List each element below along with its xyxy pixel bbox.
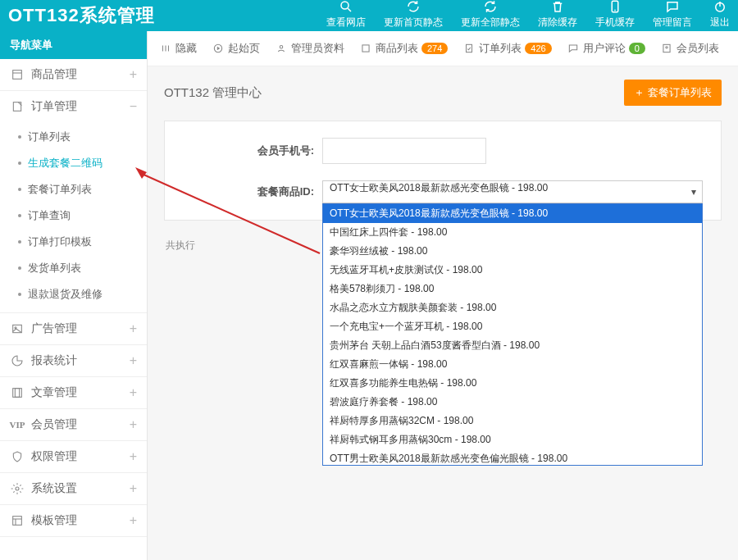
top-phone-cache[interactable]: 手机缓存	[595, 0, 635, 30]
expand-icon: +	[130, 449, 137, 464]
dropdown-option[interactable]: 豪华羽丝绒被 - 198.00	[323, 242, 702, 261]
tab-members[interactable]: 会员列表	[660, 41, 719, 56]
product-dropdown[interactable]: OTT女士欧美风2018最新款感光变色眼镜 - 198.00中国红床上四件套 -…	[322, 203, 703, 466]
phone-input[interactable]	[322, 138, 486, 164]
gear-icon	[10, 481, 25, 496]
label: 手机缓存	[595, 16, 635, 30]
tab-hide[interactable]: 隐藏	[159, 41, 197, 56]
svg-rect-25	[362, 45, 369, 52]
label: 商品列表	[376, 41, 418, 56]
sidebar-sub-shipment-list[interactable]: 发货单列表	[0, 255, 147, 281]
label: 报表统计	[31, 353, 77, 368]
template-icon	[10, 513, 25, 528]
tabbar: 隐藏 起始页 管理员资料 商品列表274 订单列表426 用户评论0 会员列表	[148, 31, 738, 66]
tab-orders[interactable]: 订单列表426	[462, 41, 551, 56]
sidebar-item-orders[interactable]: 订单管理 −	[0, 91, 147, 122]
svg-rect-11	[13, 389, 20, 398]
svg-point-10	[15, 327, 16, 329]
top-update-home[interactable]: 更新首页静态	[384, 0, 443, 30]
sidebar-sub-package-order-list[interactable]: 套餐订单列表	[0, 176, 147, 203]
product-label: 套餐商品ID:	[183, 184, 322, 199]
image-icon	[10, 321, 25, 336]
tab-comments[interactable]: 用户评论0	[567, 41, 645, 56]
form-panel: 会员手机号: 套餐商品ID: OTT女士欧美风2018最新款感光变色眼镜 - 1…	[164, 121, 722, 221]
sidebar-sub-refund[interactable]: 退款退货及维修	[0, 281, 147, 307]
svg-marker-23	[217, 47, 221, 51]
label: 隐藏	[175, 41, 197, 56]
dropdown-option[interactable]: 贵州茅台 天朝上品白酒53度酱香型白酒 - 198.00	[323, 336, 702, 355]
dropdown-option[interactable]: 红双喜多功能养生电热锅 - 198.00	[323, 374, 702, 393]
brand-title: OTT132系统管理	[8, 3, 155, 28]
orders-icon	[10, 99, 25, 114]
sidebar-title: 导航菜单	[0, 31, 147, 59]
sidebar-item-members[interactable]: VIP会员管理+	[0, 409, 147, 440]
label: 清除缓存	[538, 16, 577, 30]
orders-badge: 426	[525, 43, 551, 54]
tab-home[interactable]: 起始页	[212, 41, 260, 56]
dropdown-option[interactable]: 碧波庭疗养套餐 - 198.00	[323, 393, 702, 412]
dropdown-option[interactable]: 水晶之恋水立方靓肤美颜套装 - 198.00	[323, 298, 702, 317]
label: 模板管理	[31, 513, 77, 528]
svg-rect-26	[467, 44, 472, 52]
label: 查看网店	[326, 16, 366, 30]
top-logout[interactable]: 退出	[710, 0, 730, 30]
tab-admin[interactable]: 管理员资料	[275, 41, 344, 56]
vip-icon: VIP	[10, 417, 25, 432]
sidebar-item-articles[interactable]: 文章管理+	[0, 377, 147, 408]
dropdown-option[interactable]: OTT男士欧美风2018最新款感光变色偏光眼镜 - 198.00	[323, 449, 702, 466]
dropdown-option[interactable]: 祥厨韩式钢耳多用蒸锅30cm - 198.00	[323, 430, 702, 449]
sidebar-item-perms[interactable]: 权限管理+	[0, 441, 147, 472]
sidebar-sub-order-print-tpl[interactable]: 订单打印模板	[0, 229, 147, 255]
tab-goods[interactable]: 商品列表274	[359, 41, 448, 56]
member-list-icon	[660, 42, 673, 55]
top-view-store[interactable]: 查看网店	[326, 0, 366, 30]
svg-point-24	[280, 46, 283, 49]
sidebar-item-ads[interactable]: 广告管理+	[0, 313, 147, 344]
dropdown-option[interactable]: 无线蓝牙耳机+皮肤测试仪 - 198.00	[323, 261, 702, 280]
label: 权限管理	[31, 449, 77, 464]
sidebar-group-orders: 订单管理 − 订单列表 生成套餐二维码 套餐订单列表 订单查询 订单打印模板 发…	[0, 91, 147, 313]
label: 管理留言	[653, 16, 692, 30]
dropdown-option[interactable]: OTT女士欧美风2018最新款感光变色眼镜 - 198.00	[323, 204, 702, 223]
goods-badge: 274	[421, 43, 448, 54]
sidebar-sub-gen-qrcode[interactable]: 生成套餐二维码	[0, 150, 147, 176]
dropdown-option[interactable]: 中国红床上四件套 - 198.00	[323, 223, 702, 242]
svg-line-1	[348, 8, 351, 11]
top-actions: 查看网店 更新首页静态 更新全部静态 清除缓存 手机缓存 管理留言 退出	[326, 0, 730, 33]
dropdown-option[interactable]: 祥厨特厚多用蒸锅32CM - 198.00	[323, 412, 702, 430]
power-icon	[713, 0, 727, 14]
package-order-list-button[interactable]: ＋ 套餐订单列表	[624, 80, 722, 106]
sidebar-item-goods[interactable]: 商品管理 +	[0, 59, 147, 90]
order-list-icon	[462, 42, 476, 55]
sidebar-sub-order-list[interactable]: 订单列表	[0, 124, 147, 150]
svg-rect-6	[13, 71, 22, 80]
dropdown-option[interactable]: 格美578剃须刀 - 198.00	[323, 280, 702, 298]
comment-icon	[567, 42, 580, 55]
sidebar: 导航菜单 商品管理 + 订单管理 − 订单列表 生成套餐二维码 套餐订单列表 订…	[0, 31, 148, 560]
label: 起始页	[228, 41, 260, 56]
expand-icon: +	[130, 321, 137, 336]
svg-rect-12	[15, 389, 21, 398]
label: 套餐订单列表	[648, 85, 712, 100]
expand-icon: +	[130, 67, 137, 82]
label: 退出	[710, 16, 730, 30]
expand-icon: +	[130, 385, 137, 400]
dropdown-option[interactable]: 红双喜麻煎一体锅 - 198.00	[323, 355, 702, 374]
top-clear-cache[interactable]: 清除缓存	[538, 0, 577, 30]
sidebar-item-settings[interactable]: 系统设置+	[0, 473, 147, 504]
sidebar-item-reports[interactable]: 报表统计+	[0, 345, 147, 376]
dropdown-option[interactable]: 一个充电宝+一个蓝牙耳机 - 198.00	[323, 317, 702, 336]
top-update-all[interactable]: 更新全部静态	[461, 0, 520, 30]
svg-rect-14	[13, 517, 22, 526]
message-icon	[665, 0, 680, 14]
goods-list-icon	[359, 42, 372, 55]
sidebar-item-templates[interactable]: 模板管理+	[0, 505, 147, 536]
product-select[interactable]: OTT女士欧美风2018最新款感光变色眼镜 - 198.00	[322, 180, 703, 203]
sidebar-group-goods: 商品管理 +	[0, 59, 147, 91]
search-icon	[339, 0, 353, 14]
play-icon	[212, 42, 225, 55]
trash-icon	[550, 0, 565, 14]
top-manage-msg[interactable]: 管理留言	[653, 0, 692, 30]
sidebar-sub-order-query[interactable]: 订单查询	[0, 203, 147, 229]
expand-icon: +	[130, 417, 137, 432]
